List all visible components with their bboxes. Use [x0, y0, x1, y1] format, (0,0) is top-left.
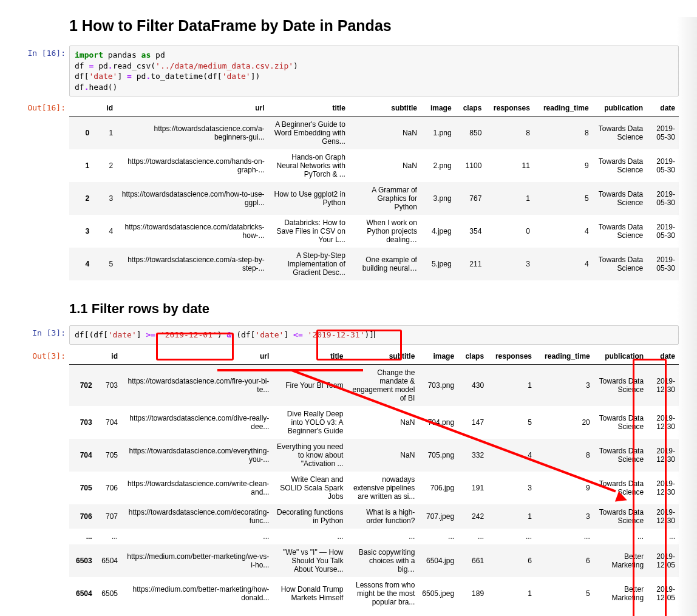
column-header: publication [594, 348, 647, 365]
cell-image: 1.png [421, 117, 455, 150]
cell-url: https://towardsdatascience.com/databrick… [117, 215, 268, 248]
column-header: url [121, 348, 273, 365]
cell-reading_time: 9 [534, 149, 593, 182]
column-header: date [647, 348, 679, 365]
cell-title: Dive Really Deep into YOLO v3: A Beginne… [273, 406, 347, 439]
cell-title: A Beginner's Guide to Word Embedding wit… [268, 117, 349, 150]
cell-subtitle: What is a high-order function? [347, 504, 418, 529]
cell-id: 705 [96, 439, 121, 472]
cell-image: 706.jpg [418, 472, 458, 504]
cell-id: 6505 [96, 577, 121, 610]
table-row: 23https://towardsdatascience.com/how-to-… [69, 182, 679, 215]
cell-date: 2019-05-30 [647, 117, 679, 150]
column-header: subtitle [349, 100, 421, 117]
output-prompt-3: Out[3]: [0, 348, 69, 360]
cell-url: https://towardsdatascience.com/dive-real… [121, 406, 273, 439]
cell-reading_time: 5 [536, 577, 594, 610]
cell-title: Decorating functions in Python [273, 504, 347, 529]
cell-date: 2019-05-30 [647, 215, 679, 248]
cell-date: 2019-12-30 [647, 364, 679, 406]
table-row: 702703https://towardsdatascience.com/fir… [69, 364, 679, 406]
column-header: title [268, 100, 349, 117]
cell-reading_time: 9 [536, 472, 594, 504]
cell-url: https://medium.com/better-marketing/how-… [121, 577, 273, 610]
input-prompt-3: In [3]: [0, 325, 69, 337]
cell-subtitle: Basic copywriting choices with a big… [347, 544, 418, 577]
cell-subtitle: Lessons from who might be the most popul… [347, 577, 418, 610]
table-row: 704705https://towardsdatascience.com/eve… [69, 439, 679, 472]
cell-date: 2019-05-30 [647, 182, 679, 215]
cell-image: 3.png [421, 182, 455, 215]
cell-publication: Towards Data Science [594, 406, 647, 439]
cell-publication: Towards Data Science [594, 472, 647, 504]
column-header: id [93, 100, 117, 117]
table-row: 703704https://towardsdatascience.com/div… [69, 406, 679, 439]
table-row: 12https://towardsdatascience.com/hands-o… [69, 149, 679, 182]
cell-idx: 702 [69, 364, 96, 406]
cell-subtitle: NaN [349, 149, 421, 182]
table-row: 705706https://towardsdatascience.com/wri… [69, 472, 679, 504]
cell-id: 2 [93, 149, 117, 182]
column-header: reading_time [534, 100, 593, 117]
cell-reading_time: 8 [534, 117, 593, 150]
column-header: subtitle [347, 348, 418, 365]
cell-idx: 4 [69, 248, 93, 280]
cell-id: 3 [93, 182, 117, 215]
cell-reading_time: 3 [536, 504, 594, 529]
cell-responses: 3 [488, 472, 536, 504]
cell-url: https://towardsdatascience.com/write-cle… [121, 472, 273, 504]
cell-id: 707 [96, 504, 121, 529]
cell-id: ... [96, 529, 121, 544]
cell-publication: Towards Data Science [594, 364, 647, 406]
code-cell-16[interactable]: import pandas as pd df = pd.read_csv('..… [69, 46, 679, 96]
cell-idx: ... [69, 529, 96, 544]
cell-idx: 6503 [69, 544, 96, 577]
cell-url: https://towardsdatascience.com/hands-on-… [117, 149, 268, 182]
cell-image: 704.png [418, 406, 458, 439]
cell-publication: Towards Data Science [593, 215, 647, 248]
cell-id: 6504 [96, 544, 121, 577]
input-prompt-16: In [16]: [0, 46, 69, 58]
table-row: 706707https://towardsdatascience.com/dec… [69, 504, 679, 529]
cell-date: 2019-12-30 [647, 504, 679, 529]
cell-reading_time: 4 [534, 248, 593, 280]
cell-idx: 3 [69, 215, 93, 248]
cell-idx: 1 [69, 149, 93, 182]
cell-claps: 147 [458, 406, 488, 439]
cell-reading_time: 3 [536, 364, 594, 406]
cell-idx: 705 [69, 472, 96, 504]
heading-1: 1 How to Filter DataFrame by Date in Pan… [69, 17, 697, 35]
table-row: 34https://towardsdatascience.com/databri… [69, 215, 679, 248]
cell-url: https://towardsdatascience.com/decoratin… [121, 504, 273, 529]
cell-title: "We" vs "I" — How Should You Talk About … [273, 544, 347, 577]
cell-reading_time: 20 [536, 406, 594, 439]
cell-claps: 189 [458, 577, 488, 610]
cell-id: 703 [96, 364, 121, 406]
cell-reading_time: 6 [536, 544, 594, 577]
heading-1-1: 1.1 Filter rows by date [69, 301, 697, 317]
output-table-16: idurltitlesubtitleimageclapsresponsesrea… [69, 100, 679, 280]
cell-idx: 703 [69, 406, 96, 439]
table-row: ................................. [69, 529, 679, 544]
column-header: publication [593, 100, 647, 117]
column-header: url [117, 100, 268, 117]
cell-id: 704 [96, 406, 121, 439]
cell-url: https://towardsdatascience.com/everythin… [121, 439, 273, 472]
cell-publication: ... [594, 529, 647, 544]
column-header [69, 348, 96, 365]
cell-image: 4.jpeg [421, 215, 455, 248]
cell-claps: 191 [458, 472, 488, 504]
cell-publication: Towards Data Science [594, 439, 647, 472]
column-header: claps [458, 348, 488, 365]
cell-claps: 850 [455, 117, 486, 150]
cell-title: Write Clean and SOLID Scala Spark Jobs [273, 472, 347, 504]
cell-title: Hands-on Graph Neural Networks with PyTo… [268, 149, 349, 182]
text-caret [374, 330, 375, 338]
cell-responses: ... [488, 529, 536, 544]
cell-date: 2019-12-30 [647, 439, 679, 472]
cell-claps: 242 [458, 504, 488, 529]
code-cell-3[interactable]: df[(df['date'] >= '2019-12-01') & (df['d… [69, 325, 679, 345]
column-header: image [418, 348, 458, 365]
cell-image: 5.jpeg [421, 248, 455, 280]
cell-url: https://towardsdatascience.com/a-step-by… [117, 248, 268, 280]
